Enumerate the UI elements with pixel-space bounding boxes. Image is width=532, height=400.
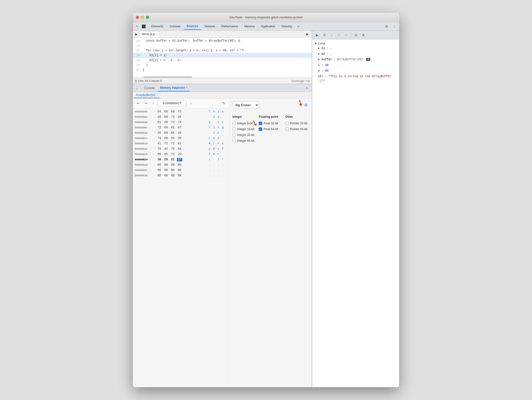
hex-byte[interactable]: 72 [170, 142, 175, 145]
hex-byte[interactable]: 69 [170, 110, 175, 113]
hex-byte[interactable]: 00 [177, 163, 182, 167]
hex-byte[interactable]: 65 [170, 137, 175, 140]
hex-byte[interactable]: 65 [163, 153, 169, 156]
hex-byte[interactable]: 20 [177, 137, 182, 140]
hex-row[interactable]: 0000002800000000.... [133, 162, 229, 168]
step-into-button[interactable]: ↓ [329, 32, 334, 38]
buffer-tab-arraybuffer[interactable]: ArrayBuffer(60) × [134, 92, 160, 98]
file-run-icon[interactable]: ▶ [304, 32, 311, 36]
tab-security[interactable]: Security [279, 23, 295, 30]
cursor-icon[interactable]: ↖ [135, 24, 140, 29]
settings-icon[interactable]: ⚙ [384, 23, 389, 29]
hex-byte[interactable]: 21 [170, 158, 175, 161]
hex-byte[interactable]: 68 [163, 110, 169, 113]
hex-byte[interactable]: 54 [157, 110, 162, 113]
more-tabs-button[interactable]: » [296, 24, 301, 28]
hex-byte[interactable]: 29 [163, 158, 169, 161]
hex-byte[interactable]: 20 [157, 131, 162, 135]
hex-byte[interactable]: 00 [163, 174, 169, 177]
hex-byte[interactable]: 00 [170, 174, 175, 177]
hex-row[interactable]: 0000000C72696E67ring [133, 125, 229, 130]
int64-checkbox[interactable] [232, 139, 236, 142]
hex-row[interactable]: 0000001841727261Arra [133, 141, 229, 146]
hex-row[interactable]: 0000001474686520the [133, 136, 229, 141]
step-over-button[interactable]: ↺ [321, 32, 327, 38]
tab-console[interactable]: Console [167, 23, 183, 30]
memory-icon[interactable]: ▤ [366, 58, 370, 61]
hex-row[interactable]: 0000003000000000.... [133, 173, 229, 178]
hex-row[interactable]: 0000001C79427566yBuf [133, 146, 229, 152]
buffer-tab-close-icon[interactable]: × [157, 94, 158, 96]
hex-byte[interactable]: 00 [157, 174, 162, 177]
undo-button[interactable]: ↩ [135, 100, 141, 106]
hex-byte[interactable]: 42 [163, 147, 169, 151]
float32-checkbox[interactable] [259, 122, 262, 125]
bottom-tab-console[interactable]: Console [142, 85, 157, 91]
hex-byte[interactable]: 72 [170, 153, 175, 156]
hex-byte[interactable]: 68 [163, 137, 169, 140]
step-button[interactable]: → [343, 32, 349, 38]
close-button[interactable] [136, 16, 139, 19]
hex-row[interactable]: 0000002066657220fer [133, 152, 229, 157]
hex-byte[interactable]: 73 [170, 115, 175, 119]
float64-checkbox[interactable] [259, 127, 262, 131]
bottom-tab-close-icon[interactable]: × [186, 86, 187, 89]
addr-prev-button[interactable]: ‹ [151, 100, 156, 106]
hex-row[interactable]: 0000002C00000000.... [133, 168, 229, 173]
hex-byte[interactable]: 67 [177, 126, 182, 129]
tab-network[interactable]: Network [201, 23, 218, 30]
b1-expand-icon[interactable]: ▶ [318, 47, 321, 50]
hex-byte[interactable]: 72 [157, 126, 162, 129]
hex-byte[interactable]: 20 [177, 153, 182, 156]
hex-byte[interactable]: 74 [157, 137, 162, 140]
ptr32-checkbox[interactable] [285, 122, 289, 125]
hex-byte[interactable]: 61 [157, 121, 162, 124]
endian-select[interactable]: Big Endian Little Endian [232, 102, 259, 108]
hex-row[interactable]: 000000243A292127: !' [133, 157, 229, 162]
hex-byte[interactable]: 66 [157, 153, 162, 156]
step-out-button[interactable]: ↑ [336, 32, 342, 38]
hex-byte[interactable]: 00 [177, 174, 182, 177]
maximize-button[interactable] [146, 16, 149, 19]
ptr64-checkbox[interactable] [285, 127, 289, 131]
tab-application[interactable]: Application [258, 23, 278, 30]
hex-byte[interactable]: 00 [177, 169, 182, 172]
file-play-icon[interactable]: ▶ [134, 32, 139, 37]
file-tab-demo-js[interactable]: demo-js.js × [140, 31, 160, 37]
scroll-thumb[interactable] [144, 76, 192, 78]
bottom-tab-memory-inspector[interactable]: Memory Inspector × [158, 85, 190, 91]
hex-byte[interactable]: 20 [157, 115, 162, 119]
hex-row[interactable]: 0000000420697320 is [133, 114, 229, 120]
hex-byte[interactable]: 20 [177, 115, 182, 119]
hex-byte[interactable]: 20 [177, 131, 182, 135]
hex-byte[interactable]: 00 [170, 163, 175, 167]
hex-byte[interactable]: 00 [157, 169, 162, 172]
addr-next-button[interactable]: › [189, 100, 193, 106]
hex-byte[interactable]: 3A [157, 158, 162, 161]
hex-row[interactable]: 0000001020696E20 in [133, 130, 229, 136]
hex-byte[interactable]: 00 [163, 163, 169, 167]
hex-byte[interactable]: 74 [177, 121, 182, 124]
hex-byte[interactable]: 00 [163, 169, 169, 172]
hex-byte[interactable]: 69 [163, 131, 169, 135]
pause-button[interactable]: ⏸ [360, 32, 366, 38]
hex-byte[interactable]: 79 [157, 147, 162, 151]
hex-byte[interactable]: 69 [163, 126, 169, 129]
hex-byte[interactable]: 61 [177, 142, 182, 145]
hex-byte[interactable]: 75 [170, 147, 175, 151]
b2-expand-icon[interactable]: ▶ [318, 52, 321, 56]
hex-byte[interactable]: 73 [177, 110, 182, 113]
panel-close-button[interactable]: × [304, 85, 310, 91]
address-input[interactable] [158, 100, 187, 106]
value-inspector-settings-icon[interactable]: ⚙ [303, 102, 309, 108]
hex-byte[interactable]: 66 [177, 147, 182, 151]
hex-byte[interactable]: 6E [170, 126, 175, 129]
bottom-tab-menu-icon[interactable]: ⋮ [135, 86, 139, 90]
hex-byte[interactable]: 41 [157, 142, 162, 145]
hex-row[interactable]: 0000000861207374a st [133, 120, 229, 125]
tab-performance[interactable]: Performance [218, 23, 241, 30]
int8-checkbox[interactable] [232, 122, 236, 125]
code-area[interactable]: 15 const buffer = b1.buffer; buffer = Ar… [133, 37, 312, 76]
tab-elements[interactable]: Elements [148, 23, 166, 30]
refresh-button[interactable]: ↻ [221, 100, 227, 106]
